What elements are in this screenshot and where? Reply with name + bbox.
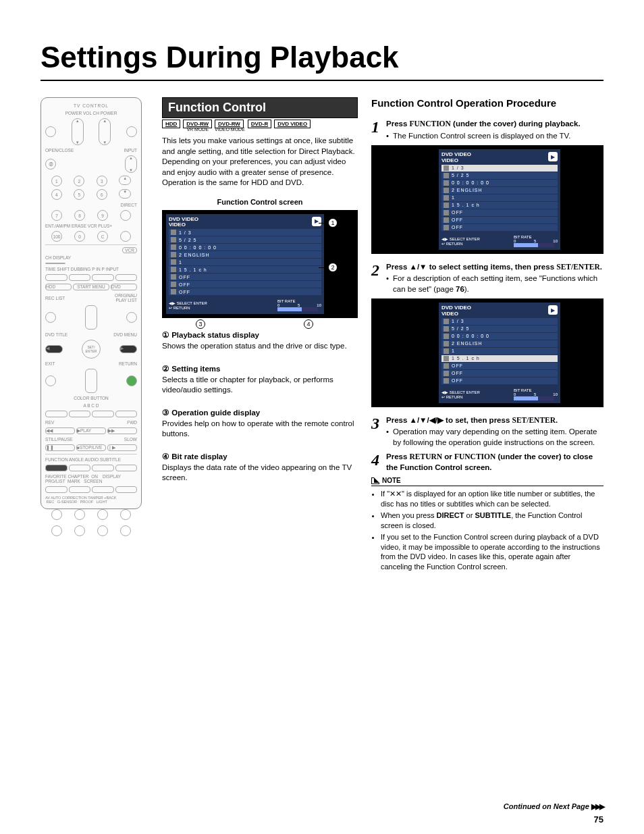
media-tags: HDD DVD-RWVR MODE DVD-RWVIDEO MODE DVD-R… [162, 121, 358, 132]
continued-footer: Continued on Next Page ▶▶▶ [504, 802, 603, 811]
step-4: 4 Press RETURN or FUNCTION (under the co… [371, 452, 603, 473]
procedure-heading: Function Control Operation Procedure [371, 97, 603, 109]
section-heading: Function Control [162, 97, 358, 118]
item-4: ④ Bit rate display Displays the data rat… [162, 452, 358, 484]
page-number: 75 [594, 814, 603, 825]
step-1: 1 Press FUNCTION (under the cover) durin… [371, 119, 603, 141]
item-2: ② Setting items Selects a title or chapt… [162, 364, 358, 396]
page-title: Settings During Playback [41, 41, 603, 74]
title-rule [41, 80, 603, 81]
step-2-screen: DVD VIDEOVIDEO▶ 1 / 3 5 / 2 5 0 0 : 0 0 … [371, 298, 603, 407]
step-3: 3 Press ▲/▼/◀/▶ to set, then press SET/E… [371, 415, 603, 448]
step-1-screen: DVD VIDEOVIDEO▶ 1 / 3 5 / 2 5 0 0 : 0 0 … [371, 145, 603, 254]
note-heading: NOTE [371, 477, 603, 484]
intro-text: This lets you make various settings at o… [162, 136, 358, 188]
item-1: ① Playback status display Shows the oper… [162, 330, 358, 352]
item-3: ③ Operation guide display Provides help … [162, 408, 358, 440]
play-icon: ▶ [312, 217, 321, 226]
remote-diagram: TV CONTROL POWER VOL CH POWER ▲▼▲▼ OPEN/… [41, 97, 142, 509]
function-control-screen: DVD VIDEOVIDEO ▶ 1 / 3 5 / 2 5 0 0 : 0 0… [162, 210, 358, 319]
note-icon [371, 477, 379, 484]
screen-label: Function Control screen [162, 198, 358, 206]
step-2: 2 Press ▲/▼ to select setting items, the… [371, 262, 603, 295]
note-list: If "✕✕" is displayed for an option like … [371, 489, 603, 572]
